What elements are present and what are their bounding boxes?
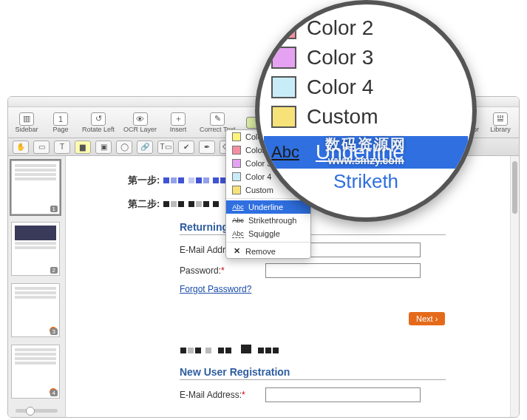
library-button-label: Library (490, 126, 511, 133)
tool-textbox-icon[interactable]: T▭ (157, 140, 174, 154)
tool-stamp-icon[interactable]: ✔ (178, 140, 194, 154)
vertical-scrollbar[interactable] (510, 156, 519, 417)
page-number: 4 (50, 390, 58, 396)
next-button[interactable]: Next › (409, 312, 445, 325)
password-field[interactable] (265, 263, 421, 278)
menu-item-label: Strikethrough (248, 216, 296, 225)
step-1-label: 第一步: (128, 175, 160, 186)
menu-item-label: Squiggle (248, 229, 280, 238)
tool-sign-icon[interactable]: ✒ (199, 140, 215, 154)
mag-row-color-2: Color 2 (271, 13, 460, 43)
menu-item-label: Color 4 (245, 172, 271, 181)
thumbnail-sidebar[interactable]: 1 2 3 4 (8, 156, 66, 417)
email-label-2: E-Mail Address:* (180, 390, 261, 400)
new-user-form: New User Registration E-Mail Address:* (180, 366, 501, 402)
menu-item-strikethrough[interactable]: AbcStrikethrough (226, 214, 310, 227)
mag-row-color-4: Color 4 (271, 72, 460, 102)
insert-button[interactable]: ＋Insert (163, 111, 194, 135)
sidebar-button-label: Sidebar (15, 126, 38, 133)
thumbnail[interactable]: 4 (11, 345, 60, 399)
thumbnail-zoom-slider[interactable] (16, 409, 58, 413)
ocr-layer-button-label: OCR Layer (123, 126, 157, 133)
tool-hand-icon[interactable]: ✋ (13, 140, 29, 154)
menu-item-remove[interactable]: ✕Remove (226, 244, 310, 258)
menu-item-underline[interactable]: AbcUnderline (226, 200, 310, 214)
watermark: 数码资源网 www.smzy.com (325, 135, 407, 166)
tool-text-icon[interactable]: T (54, 140, 70, 154)
mag-row-custom: Custom (271, 102, 460, 132)
page-button-label: Page (52, 126, 68, 133)
library-button[interactable]: 𝍎Library (485, 111, 516, 135)
thumbnail[interactable]: 1 (11, 160, 60, 214)
page-number: 1 (50, 206, 58, 212)
password-label: Password:* (180, 265, 261, 276)
insert-button-label: Insert (170, 126, 187, 133)
menu-item-squiggle[interactable]: AbcSquiggle (226, 227, 310, 240)
email-field-2[interactable] (265, 387, 421, 402)
thumbnail[interactable]: 3 (11, 283, 60, 337)
menu-item-label: Custom (245, 186, 273, 194)
tool-highlight-icon[interactable]: ▆ (75, 140, 91, 154)
forgot-password-link[interactable]: Forgot Password? (180, 284, 251, 294)
tool-shape-icon[interactable]: ◯ (116, 140, 132, 154)
returning-user-heading: Returning User (180, 221, 446, 235)
sidebar-button[interactable]: ▥Sidebar (11, 111, 42, 135)
new-user-heading: New User Registration (180, 366, 446, 380)
menu-item-label: Remove (245, 247, 276, 256)
thumbnail[interactable]: 2 (11, 222, 60, 276)
page-number: 3 (50, 328, 58, 335)
tool-link-icon[interactable]: 🔗 (137, 140, 153, 154)
step-2-label: 第二步: (128, 198, 160, 209)
mag-row-strikethrough: Striketh (271, 170, 460, 196)
mag-row-color-3: Color 3 (271, 43, 460, 72)
ocr-layer-button[interactable]: 👁OCR Layer (120, 111, 160, 135)
redacted-text-3 (180, 345, 501, 356)
page-button[interactable]: 1Page (45, 111, 76, 135)
tool-note-icon[interactable]: ▣ (95, 140, 112, 154)
rotate-left-button-label: Rotate Left (82, 126, 115, 133)
page-number: 2 (50, 267, 58, 274)
magnifier-lens: Color 2 Color 3 Color 4 Custom AbcUnderl… (255, 0, 477, 222)
tool-select-icon[interactable]: ▭ (33, 140, 50, 154)
rotate-left-button[interactable]: ↺Rotate Left (79, 111, 118, 135)
menu-item-label: Underline (248, 203, 283, 211)
